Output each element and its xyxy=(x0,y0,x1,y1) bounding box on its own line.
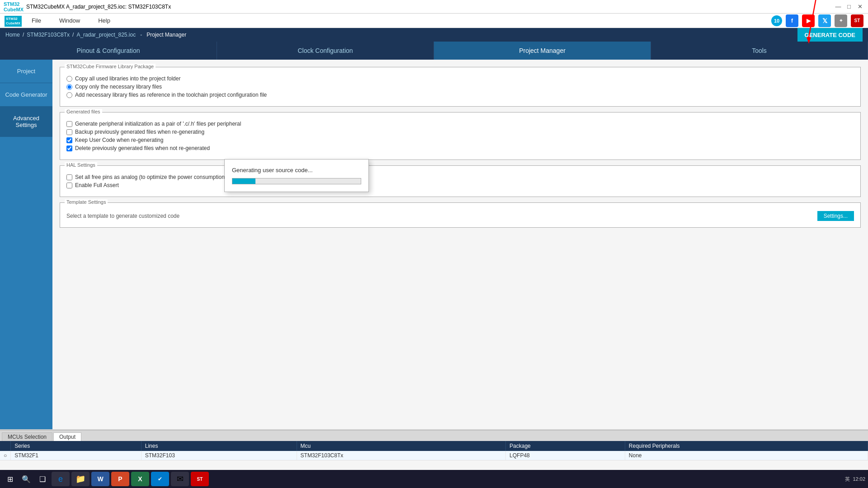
generated-files-section: Generated files Generate peripheral init… xyxy=(60,112,861,160)
minimize-button[interactable]: — xyxy=(834,2,843,11)
start-button[interactable]: ⊞ xyxy=(3,472,17,486)
version-badge: 10 xyxy=(771,15,782,26)
tab-output[interactable]: Output xyxy=(53,432,81,441)
breadcrumb-sep1: / xyxy=(23,32,24,38)
gen-option-1: Generate peripheral initialization as a … xyxy=(66,121,854,127)
bottom-area: MCUs Selection Output Series Lines Mcu P… xyxy=(0,429,868,470)
firmware-label-2: Copy only the necessary library files xyxy=(75,84,162,90)
search-button[interactable]: 🔍 xyxy=(19,472,33,486)
sidebar-item-advanced-settings[interactable]: Advanced Settings xyxy=(0,107,52,137)
tab-pinout[interactable]: Pinout & Configuration xyxy=(0,42,217,60)
taskbar-app-edge[interactable]: e xyxy=(52,472,70,486)
gen-label-2: Backup previously generated files when r… xyxy=(75,129,204,135)
breadcrumb-home[interactable]: Home xyxy=(5,32,20,38)
menu-help[interactable]: Help xyxy=(89,14,119,27)
template-section: Template Settings Select a template to g… xyxy=(60,202,861,228)
progress-text: Generating user source code... xyxy=(232,167,361,174)
gen-checkbox-2[interactable] xyxy=(66,129,72,135)
cell-peripherals: None xyxy=(625,451,868,460)
task-view-button[interactable]: ❑ xyxy=(35,472,50,486)
main-wrapper: Project Code Generator Advanced Settings… xyxy=(0,60,868,470)
cell-lines: STM32F103 xyxy=(141,451,297,460)
tab-mcus-selection[interactable]: MCUs Selection xyxy=(2,432,52,441)
cell-mcu: STM32F103C8Tx xyxy=(297,451,506,460)
close-button[interactable]: ✕ xyxy=(855,2,864,11)
firmware-label-1: Copy all used libraries into the project… xyxy=(75,75,180,82)
firmware-option-1: Copy all used libraries into the project… xyxy=(66,75,854,82)
gen-checkbox-3[interactable] xyxy=(66,137,72,143)
sidebar-item-project[interactable]: Project xyxy=(0,60,52,83)
firmware-radio-1[interactable] xyxy=(66,76,72,82)
table-header-row: Series Lines Mcu Package Required Periph… xyxy=(0,441,868,451)
tab-tools[interactable]: Tools xyxy=(651,42,868,60)
col-mcu: Mcu xyxy=(297,441,506,451)
tab-clock[interactable]: Clock Configuration xyxy=(217,42,434,60)
app-logo: STM32CubeMX xyxy=(2,14,24,29)
col-series: Series xyxy=(11,441,142,451)
cell-series: STM32F1 xyxy=(11,451,142,460)
st-icon[interactable]: ST xyxy=(851,14,863,27)
window-title: STM32CubeMX A_radar_project_825.ioc: STM… xyxy=(26,4,171,10)
taskbar-time: 12:02 xyxy=(853,476,865,482)
gen-label-4: Delete previously generated files when n… xyxy=(75,145,210,151)
content-area: STM32Cube Firmware Library Package Copy … xyxy=(52,60,868,429)
breadcrumb-file[interactable]: A_radar_project_825.ioc xyxy=(76,32,136,38)
breadcrumb-bar: Home / STM32F103C8Tx / A_radar_project_8… xyxy=(0,28,868,42)
sidebar: Project Code Generator Advanced Settings xyxy=(0,60,52,429)
tab-project-manager[interactable]: Project Manager xyxy=(434,42,651,60)
cell-sel: ○ xyxy=(0,451,11,460)
firmware-radio-3[interactable] xyxy=(66,92,72,98)
col-sel xyxy=(0,441,11,451)
hal-option-2: Enable Full Assert xyxy=(66,182,854,188)
taskbar-app-mail[interactable]: ✉ xyxy=(171,472,189,486)
bottom-tab-bar: MCUs Selection Output xyxy=(0,430,868,441)
gen-option-3: Keep User Code when re-generating xyxy=(66,137,854,143)
firmware-section: STM32Cube Firmware Library Package Copy … xyxy=(60,67,861,107)
generate-code-button[interactable]: GENERATE CODE xyxy=(797,28,863,42)
gen-checkbox-4[interactable] xyxy=(66,145,72,151)
hal-label-2: Enable Full Assert xyxy=(75,182,119,188)
breadcrumb-chip[interactable]: STM32F103C8Tx xyxy=(27,32,70,38)
taskbar-app-explorer[interactable]: 📁 xyxy=(71,472,90,486)
col-peripherals: Required Peripherals xyxy=(625,441,868,451)
firmware-section-title: STM32Cube Firmware Library Package xyxy=(65,64,156,69)
facebook-icon[interactable]: f xyxy=(786,14,798,27)
sidebar-item-code-generator[interactable]: Code Generator xyxy=(0,83,52,107)
col-lines: Lines xyxy=(141,441,297,451)
hal-checkbox-1[interactable] xyxy=(66,174,72,180)
generated-files-title: Generated files xyxy=(65,109,102,114)
template-text: Select a template to generate customized… xyxy=(66,213,813,219)
taskbar-app-stm[interactable]: ST xyxy=(191,472,209,486)
taskbar-app-powerpoint[interactable]: P xyxy=(111,472,129,486)
hal-label-1: Set all free pins as analog (to optimize… xyxy=(75,174,226,180)
twitter-icon[interactable]: 𝕏 xyxy=(818,14,831,27)
output-table: Series Lines Mcu Package Required Periph… xyxy=(0,441,868,460)
menu-window[interactable]: Window xyxy=(50,14,89,27)
hal-section: HAL Settings Set all free pins as analog… xyxy=(60,165,861,197)
settings-button[interactable]: Settings... xyxy=(817,211,854,221)
maximize-button[interactable]: □ xyxy=(844,2,854,11)
menu-file[interactable]: File xyxy=(23,14,50,27)
taskbar-app-word[interactable]: W xyxy=(91,472,109,486)
tab-bar: Pinout & Configuration Clock Configurati… xyxy=(0,42,868,60)
gen-checkbox-1[interactable] xyxy=(66,121,72,127)
gen-label-1: Generate peripheral initialization as a … xyxy=(75,121,241,127)
network-icon[interactable]: ✦ xyxy=(835,14,847,27)
hal-checkbox-2[interactable] xyxy=(66,183,72,188)
progress-dialog: Generating user source code... xyxy=(224,159,369,192)
taskbar-app-vscode[interactable]: ✔ xyxy=(151,472,169,486)
taskbar-app-excel[interactable]: X xyxy=(131,472,149,486)
menu-bar: STM32CubeMX File Window Help 10 f ▶ 𝕏 ✦ … xyxy=(0,14,868,28)
template-row: Select a template to generate customized… xyxy=(66,211,854,221)
breadcrumb-dash: - xyxy=(140,32,142,38)
col-package: Package xyxy=(506,441,625,451)
menu-items: File Window Help xyxy=(23,14,119,27)
firmware-option-3: Add necessary library files as reference… xyxy=(66,92,854,98)
firmware-radio-2[interactable] xyxy=(66,84,72,90)
taskbar-lang: 英 xyxy=(845,476,850,483)
progress-bar-container xyxy=(232,178,361,184)
title-left: STM32CubeMX STM32CubeMX A_radar_project_… xyxy=(4,1,171,12)
table-row[interactable]: ○ STM32F1 STM32F103 STM32F103C8Tx LQFP48… xyxy=(0,451,868,460)
youtube-icon[interactable]: ▶ xyxy=(802,14,815,27)
title-bar: STM32CubeMX STM32CubeMX A_radar_project_… xyxy=(0,0,868,14)
